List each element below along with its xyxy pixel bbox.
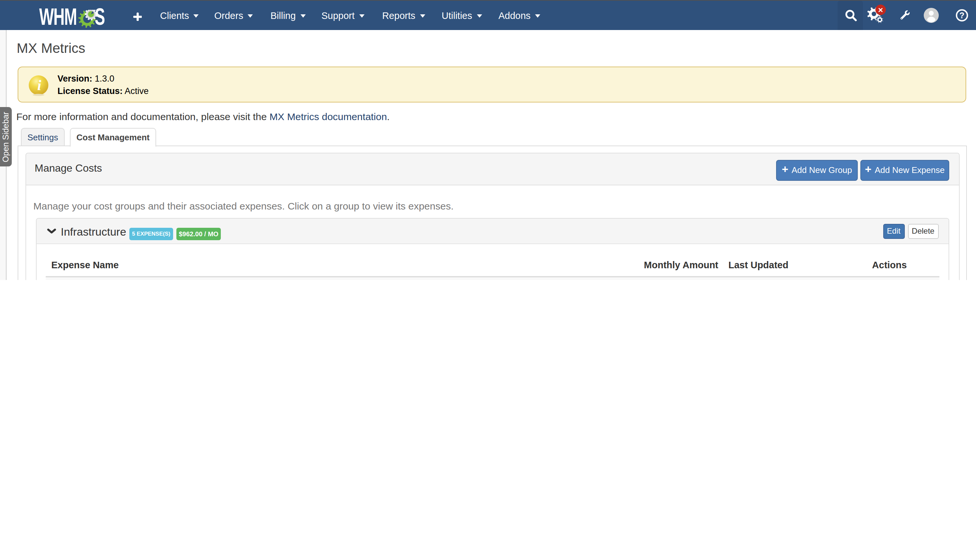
svg-text:i: i [37, 77, 42, 93]
svg-text:?: ? [959, 11, 964, 20]
